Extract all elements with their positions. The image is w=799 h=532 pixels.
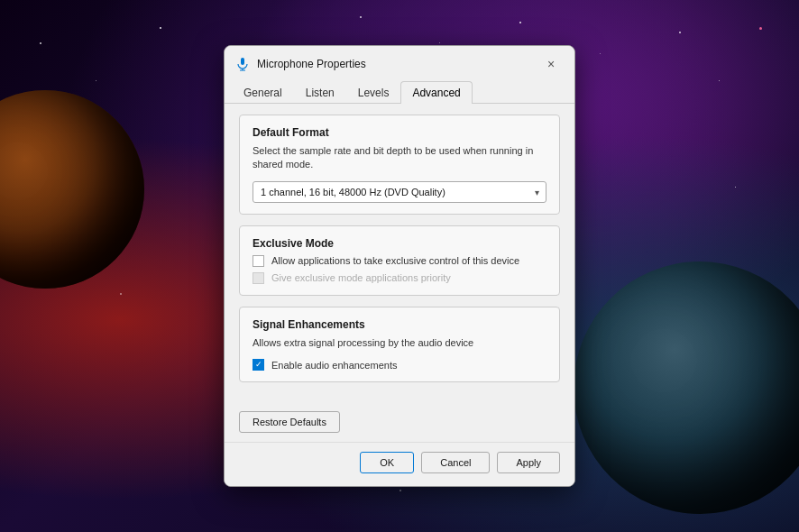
format-dropdown-container: 1 channel, 16 bit, 48000 Hz (DVD Quality… (253, 181, 546, 203)
exclusive-priority-row: Give exclusive mode applications priorit… (253, 272, 546, 284)
exclusive-priority-checkbox (253, 272, 264, 284)
signal-enhancements-title: Signal Enhancements (253, 318, 546, 331)
format-dropdown[interactable]: 1 channel, 16 bit, 48000 Hz (DVD Quality… (253, 181, 546, 203)
tab-content: Default Format Select the sample rate an… (225, 104, 574, 408)
dialog-title: Microphone Properties (257, 58, 366, 70)
apply-button[interactable]: Apply (497, 452, 560, 473)
exclusive-mode-section: Exclusive Mode Allow applications to tak… (239, 225, 560, 296)
title-bar-left: Microphone Properties (235, 57, 366, 71)
signal-enhancements-description: Allows extra signal processing by the au… (253, 336, 546, 350)
microphone-icon (235, 57, 250, 71)
exclusive-mode-title: Exclusive Mode (253, 237, 546, 250)
restore-defaults-button[interactable]: Restore Defaults (239, 411, 340, 433)
audio-enhancements-checkbox[interactable] (253, 359, 264, 371)
ok-button[interactable]: OK (360, 452, 414, 473)
exclusive-priority-label: Give exclusive mode applications priorit… (271, 272, 451, 283)
tabs-bar: General Listen Levels Advanced (225, 80, 574, 104)
tab-listen[interactable]: Listen (294, 81, 346, 104)
audio-enhancements-label: Enable audio enhancements (271, 360, 397, 371)
title-bar: Microphone Properties × (225, 46, 574, 80)
tab-levels[interactable]: Levels (346, 81, 401, 104)
audio-enhancements-row: Enable audio enhancements (253, 359, 546, 371)
exclusive-control-row: Allow applications to take exclusive con… (253, 255, 546, 267)
exclusive-control-label: Allow applications to take exclusive con… (271, 255, 519, 266)
signal-enhancements-section: Signal Enhancements Allows extra signal … (239, 307, 560, 382)
footer-buttons: OK Cancel Apply (225, 442, 574, 486)
tab-general[interactable]: General (232, 81, 294, 104)
cancel-button[interactable]: Cancel (421, 452, 490, 473)
svg-rect-0 (241, 58, 244, 65)
default-format-title: Default Format (253, 126, 546, 139)
microphone-properties-dialog: Microphone Properties × General Listen L… (224, 45, 575, 487)
default-format-section: Default Format Select the sample rate an… (239, 115, 560, 215)
default-format-description: Select the sample rate and bit depth to … (253, 144, 546, 172)
exclusive-control-checkbox[interactable] (253, 255, 264, 267)
tab-advanced[interactable]: Advanced (400, 81, 472, 104)
footer-top: Restore Defaults (225, 408, 574, 442)
close-button[interactable]: × (538, 55, 564, 73)
